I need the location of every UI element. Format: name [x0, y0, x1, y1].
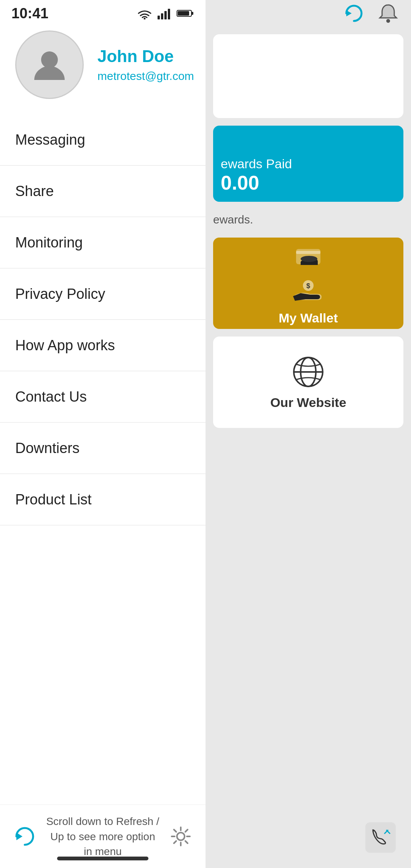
website-box[interactable]: Our Website	[213, 337, 403, 428]
right-top-bar	[206, 0, 411, 27]
status-icons	[137, 7, 194, 19]
background-panel: ewards Paid 0.00 ewards. $ My Wallet Ou	[206, 0, 411, 868]
money-hand-icon: $	[291, 278, 325, 305]
menu-item-privacy-policy[interactable]: Privacy Policy	[0, 268, 206, 320]
call-icon[interactable]	[365, 822, 396, 853]
menu-label-contact-us: Contact Us	[15, 389, 87, 405]
svg-rect-17	[168, 9, 170, 19]
right-bottom-icons	[358, 822, 403, 853]
menu-label-privacy-policy: Privacy Policy	[15, 286, 105, 302]
status-bar: 10:41	[0, 0, 206, 27]
navigation-drawer: 10:41	[0, 0, 206, 868]
nav-bar	[0, 857, 206, 860]
wallet-icon	[293, 241, 323, 272]
user-name: John Doe	[97, 47, 194, 66]
avatar[interactable]	[15, 30, 84, 99]
refresh-icon[interactable]	[342, 2, 365, 25]
menu-label-monitoring: Monitoring	[15, 235, 83, 251]
svg-rect-14	[158, 16, 160, 19]
website-label: Our Website	[270, 395, 346, 410]
svg-point-21	[41, 51, 58, 68]
nav-indicator	[57, 857, 148, 860]
menu-label-product-list: Product List	[15, 491, 92, 508]
menu-list: Messaging Share Monitoring Privacy Polic…	[0, 114, 206, 804]
rewards-title: ewards Paid	[221, 156, 396, 171]
menu-item-share[interactable]: Share	[0, 166, 206, 217]
menu-label-downtiers: Downtiers	[15, 440, 80, 456]
svg-rect-19	[178, 11, 189, 16]
menu-item-product-list[interactable]: Product List	[0, 474, 206, 525]
notification-icon[interactable]	[377, 2, 400, 25]
svg-rect-10	[365, 822, 396, 853]
svg-rect-16	[164, 11, 167, 19]
rewards-box: ewards Paid 0.00	[213, 126, 403, 202]
svg-point-3	[301, 256, 317, 262]
user-email: metrotest@gtr.com	[97, 70, 194, 83]
footer-scroll-text: Scroll down to Refresh / Up to see more …	[46, 814, 160, 859]
signal-icon	[158, 7, 171, 19]
menu-item-how-app-works[interactable]: How App works	[0, 320, 206, 371]
svg-marker-0	[346, 10, 352, 16]
menu-item-contact-us[interactable]: Contact Us	[0, 371, 206, 423]
menu-item-downtiers[interactable]: Downtiers	[0, 423, 206, 474]
status-time: 10:41	[11, 5, 48, 22]
svg-rect-15	[161, 13, 163, 19]
menu-label-share: Share	[15, 183, 54, 199]
svg-marker-22	[16, 833, 22, 840]
svg-text:$: $	[306, 282, 310, 290]
settings-icon[interactable]	[167, 823, 194, 850]
svg-point-13	[144, 18, 146, 20]
menu-label-how-app-works: How App works	[15, 337, 115, 354]
user-info: John Doe metrotest@gtr.com	[97, 47, 194, 83]
wifi-icon	[137, 7, 152, 19]
menu-label-messaging: Messaging	[15, 132, 85, 148]
wallet-label: My Wallet	[279, 311, 338, 326]
wallet-box[interactable]: $ My Wallet	[213, 238, 403, 329]
menu-item-monitoring[interactable]: Monitoring	[0, 217, 206, 268]
svg-point-1	[386, 19, 390, 23]
menu-item-messaging[interactable]: Messaging	[0, 114, 206, 166]
rewards-desc: ewards.	[213, 213, 403, 226]
avatar-icon	[29, 44, 70, 86]
rewards-amount: 0.00	[221, 171, 396, 194]
battery-icon	[177, 9, 194, 18]
svg-rect-20	[191, 12, 193, 15]
svg-rect-4	[296, 251, 320, 254]
globe-icon	[291, 355, 325, 389]
top-content-box	[213, 34, 403, 118]
svg-point-23	[177, 833, 185, 840]
refresh-drawer-icon[interactable]	[11, 823, 38, 850]
